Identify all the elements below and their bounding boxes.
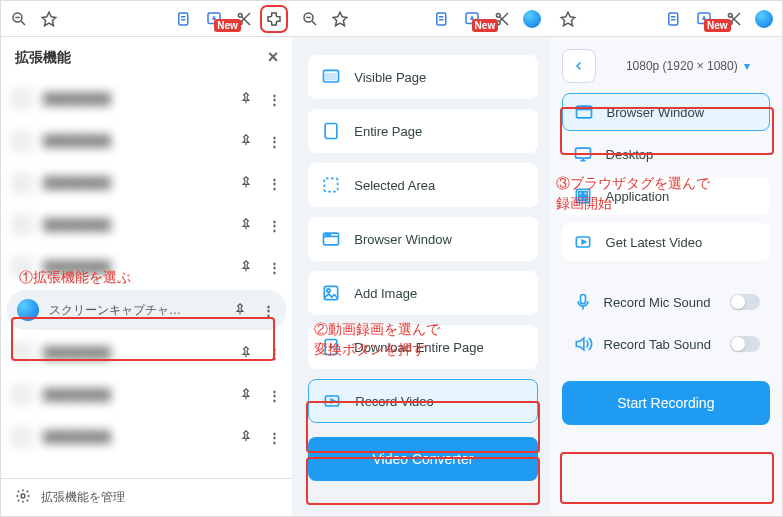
target-label: Desktop [606, 147, 654, 162]
doc-icon[interactable] [174, 9, 194, 29]
more-icon[interactable]: ⋮ [266, 430, 282, 445]
extension-row-selected[interactable]: スクリーンキャプチャ… ⋮ [7, 290, 286, 330]
download-page-icon [320, 336, 342, 358]
more-icon[interactable]: ⋮ [266, 176, 282, 191]
option-add-image[interactable]: Add Image [308, 271, 537, 315]
svg-point-42 [330, 234, 331, 235]
download-new-icon[interactable]: New [462, 9, 482, 29]
option-visible-page[interactable]: Visible Page [308, 55, 537, 99]
option-download-entire-page[interactable]: Download Entire Page [308, 325, 537, 369]
star-icon[interactable] [39, 9, 59, 29]
resolution-label: 1080p (1920 × 1080) [626, 59, 738, 73]
record-video-icon [321, 390, 343, 412]
resolution-select[interactable]: 1080p (1920 × 1080) ▾ [604, 49, 772, 83]
extension-row[interactable]: ████████⋮ [1, 246, 292, 288]
browser-window-icon [573, 101, 595, 123]
button-label: Video Converter [372, 451, 473, 467]
more-icon[interactable]: ⋮ [266, 260, 282, 275]
image-icon [320, 282, 342, 304]
pin-icon[interactable] [236, 175, 256, 192]
target-application[interactable]: Application [562, 177, 770, 215]
toggle-label: Record Mic Sound [604, 295, 711, 310]
new-badge: New [704, 19, 731, 32]
svg-marker-25 [334, 12, 348, 26]
extension-row[interactable]: ████████⋮ [1, 162, 292, 204]
latest-video-icon [572, 231, 594, 253]
gear-icon [15, 488, 31, 507]
more-icon[interactable]: ⋮ [266, 218, 282, 233]
tab-sound-toggle[interactable] [730, 336, 760, 352]
zoom-out-icon[interactable] [9, 9, 29, 29]
visible-page-icon [320, 66, 342, 88]
target-browser-window[interactable]: Browser Window [562, 93, 770, 131]
more-icon[interactable]: ⋮ [266, 92, 282, 107]
more-icon[interactable]: ⋮ [266, 346, 282, 361]
desktop-icon [572, 143, 594, 165]
zoom-out-icon[interactable] [300, 9, 320, 29]
panel-record-settings: New 1080p (1920 × 1080) ▾ Browser Window… [550, 1, 782, 516]
pin-icon[interactable] [236, 259, 256, 276]
doc-icon[interactable] [432, 9, 452, 29]
extension-row[interactable]: ████████⋮ [1, 78, 292, 120]
more-icon[interactable]: ⋮ [260, 303, 276, 318]
close-icon[interactable]: × [268, 47, 279, 68]
extensions-puzzle-icon[interactable] [264, 9, 284, 29]
pin-icon[interactable] [236, 217, 256, 234]
pin-icon[interactable] [236, 387, 256, 404]
option-entire-page[interactable]: Entire Page [308, 109, 537, 153]
extension-row[interactable]: ████████⋮ [1, 204, 292, 246]
svg-marker-48 [561, 12, 575, 26]
extension-row[interactable]: ████████⋮ [1, 416, 292, 458]
more-icon[interactable]: ⋮ [266, 388, 282, 403]
svg-rect-66 [583, 192, 586, 195]
start-recording-button[interactable]: Start Recording [562, 381, 770, 425]
pin-icon[interactable] [236, 429, 256, 446]
extension-row[interactable]: ████████⋮ [1, 120, 292, 162]
svg-rect-67 [578, 197, 581, 200]
browser-toolbar-2: New [292, 1, 549, 37]
button-label: Start Recording [617, 395, 714, 411]
target-desktop[interactable]: Desktop [562, 139, 770, 169]
back-button[interactable] [562, 49, 596, 83]
mic-toggle[interactable] [730, 294, 760, 310]
option-selected-area[interactable]: Selected Area [308, 163, 537, 207]
toggle-mic: Record Mic Sound [562, 285, 770, 319]
pin-icon[interactable] [236, 91, 256, 108]
target-label: Application [606, 189, 670, 204]
svg-rect-71 [580, 295, 585, 304]
option-record-video[interactable]: Record Video [308, 379, 537, 423]
svg-marker-3 [42, 12, 56, 26]
target-label: Get Latest Video [606, 235, 703, 250]
option-browser-window[interactable]: Browser Window [308, 217, 537, 261]
pin-icon[interactable] [236, 345, 256, 362]
target-label: Browser Window [607, 105, 705, 120]
manage-extensions-label: 拡張機能を管理 [41, 489, 125, 506]
active-extension-icon[interactable] [522, 9, 542, 29]
option-label: Entire Page [354, 124, 422, 139]
extension-row[interactable]: ████████⋮ [1, 374, 292, 416]
download-new-icon[interactable]: New [204, 9, 224, 29]
option-label: Download Entire Page [354, 340, 483, 355]
speaker-icon [572, 333, 594, 355]
manage-extensions[interactable]: 拡張機能を管理 [1, 478, 292, 516]
star-icon[interactable] [330, 9, 350, 29]
svg-rect-68 [583, 197, 586, 200]
svg-rect-61 [575, 148, 590, 158]
extensions-title: 拡張機能 [15, 49, 71, 67]
extension-row[interactable]: ████████⋮ [1, 332, 292, 374]
svg-point-8 [239, 13, 243, 17]
download-new-icon[interactable]: New [694, 9, 714, 29]
svg-rect-65 [578, 192, 581, 195]
target-latest-video[interactable]: Get Latest Video [562, 223, 770, 261]
pin-icon[interactable] [230, 302, 250, 319]
svg-point-41 [328, 234, 329, 235]
active-extension-icon[interactable] [754, 9, 774, 29]
toggle-tab-sound: Record Tab Sound [562, 327, 770, 361]
svg-marker-47 [331, 399, 334, 402]
doc-icon[interactable] [664, 9, 684, 29]
more-icon[interactable]: ⋮ [266, 134, 282, 149]
new-badge: New [214, 19, 241, 32]
star-icon[interactable] [558, 9, 578, 29]
video-converter-button[interactable]: Video Converter [308, 437, 537, 481]
pin-icon[interactable] [236, 133, 256, 150]
